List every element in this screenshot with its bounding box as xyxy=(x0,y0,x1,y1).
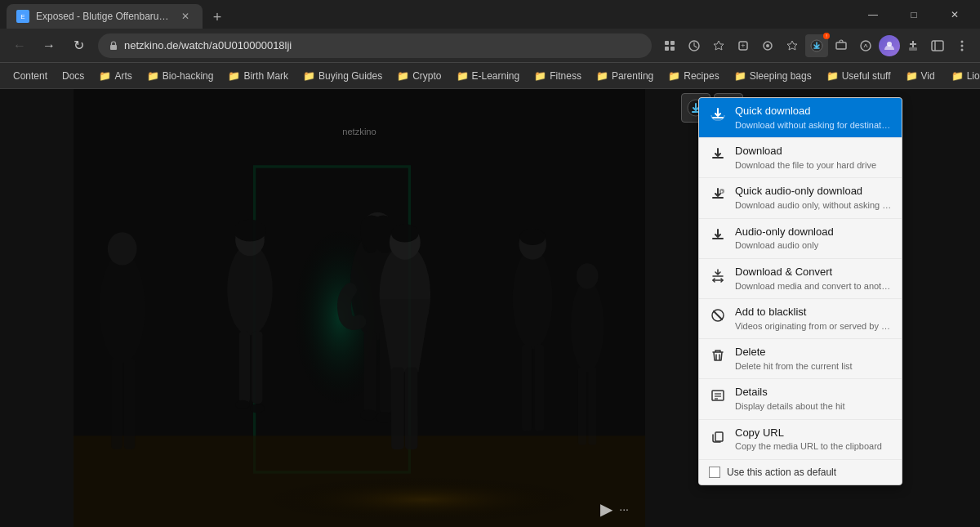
play-button[interactable]: ▶ xyxy=(600,499,612,519)
bookmark-label: Crypto xyxy=(412,70,441,82)
refresh-button[interactable]: ↻ xyxy=(65,33,91,59)
close-button[interactable]: ✕ xyxy=(936,2,973,27)
svg-line-64 xyxy=(714,311,722,319)
bookmark-birth-mark[interactable]: 📁 Birth Mark xyxy=(221,68,295,84)
use-as-default-row[interactable]: Use this action as default xyxy=(699,460,902,485)
menu-item-quick-download[interactable]: Quick download Download without asking f… xyxy=(699,98,902,138)
menu-item-text: Quick download Download without asking f… xyxy=(735,105,892,131)
toolbar-icon-ext3[interactable] xyxy=(830,34,853,57)
toolbar-icon-new[interactable]: + xyxy=(732,34,755,57)
bookmark-docs[interactable]: Docs xyxy=(56,68,91,84)
svg-point-56 xyxy=(577,263,599,288)
blacklist-icon-wrap xyxy=(709,306,727,324)
folder-icon: 📁 xyxy=(457,70,469,82)
svg-marker-8 xyxy=(714,41,724,50)
svg-rect-3 xyxy=(665,41,669,45)
toolbar: ← → ↻ netzkino.de/watch/a0U010000018lji … xyxy=(0,29,980,63)
bookmark-label: Content xyxy=(13,70,47,82)
sidebar-button[interactable] xyxy=(926,34,949,57)
maximize-button[interactable]: □ xyxy=(895,2,933,27)
convert-icon xyxy=(710,268,725,283)
bookmark-vid[interactable]: 📁 Vid xyxy=(899,68,942,84)
menu-button[interactable] xyxy=(951,34,973,57)
svg-point-20 xyxy=(961,40,964,42)
bookmark-useful-stuff[interactable]: 📁 Useful stuff xyxy=(820,68,898,84)
browser-frame: E Exposed - Blutige Offenbarun... ✕ + — … xyxy=(0,0,980,527)
svg-rect-32 xyxy=(252,331,262,404)
convert-icon-wrap xyxy=(709,266,727,284)
svg-rect-44 xyxy=(391,368,404,450)
svg-rect-17 xyxy=(909,47,917,51)
svg-rect-45 xyxy=(405,368,418,450)
bookmark-fitness[interactable]: 📁 Fitness xyxy=(528,68,588,84)
toolbar-icon-1[interactable] xyxy=(658,34,681,57)
svg-rect-27 xyxy=(74,435,645,527)
video-area[interactable]: netzkino ▶ ··· xyxy=(74,89,645,527)
url-text: netzkino.de/watch/a0U010000018lji xyxy=(124,39,642,51)
bookmark-bio-hacking[interactable]: 📁 Bio-hacking xyxy=(140,68,220,84)
menu-item-subtitle: Download audio only xyxy=(735,239,892,251)
folder-icon: 📁 xyxy=(228,70,240,82)
bookmark-parenting[interactable]: 📁 Parenting xyxy=(590,68,660,84)
new-tab-button[interactable]: + xyxy=(206,6,229,29)
toolbar-icon-ext1[interactable] xyxy=(756,34,779,57)
menu-item-subtitle: Display details about the hit xyxy=(735,400,892,412)
extensions-button[interactable] xyxy=(902,34,924,57)
bookmarks-bar: Content Docs 📁 Arts 📁 Bio-hacking 📁 Birt… xyxy=(0,63,980,89)
menu-item-title: Copy URL xyxy=(735,427,892,440)
active-tab[interactable]: E Exposed - Blutige Offenbarun... ✕ xyxy=(7,4,203,29)
menu-item-audio-only[interactable]: Audio-only download Download audio only xyxy=(699,219,902,259)
menu-item-download[interactable]: Download Download the file to your hard … xyxy=(699,138,902,178)
details-icon xyxy=(710,388,725,403)
menu-item-subtitle: Download media and convert to another fo… xyxy=(735,280,892,292)
toolbar-icon-ext2[interactable] xyxy=(781,34,804,57)
svg-rect-58 xyxy=(588,368,596,445)
bookmark-sleeping-bags[interactable]: 📁 Sleeping bags xyxy=(728,68,818,84)
bookmark-label: Arts xyxy=(114,70,131,82)
bookmark-label: Vid xyxy=(921,70,935,82)
menu-item-copy-url[interactable]: Copy URL Copy the media URL to the clipb… xyxy=(699,420,902,460)
svg-rect-18 xyxy=(932,41,943,51)
download-helper-icon[interactable]: ! xyxy=(805,34,828,57)
toolbar-icon-ext4[interactable] xyxy=(854,34,877,57)
menu-item-delete[interactable]: Delete Delete hit from the current list xyxy=(699,339,902,379)
bookmark-elearning[interactable]: 📁 E-Learning xyxy=(450,68,527,84)
bookmark-label: Bio-hacking xyxy=(163,70,214,82)
toolbar-icon-2[interactable] xyxy=(683,34,706,57)
bookmark-recipes[interactable]: 📁 Recipes xyxy=(662,68,725,84)
more-button[interactable]: ··· xyxy=(619,502,629,516)
svg-text:netzkino: netzkino xyxy=(342,127,376,136)
address-bar[interactable]: netzkino.de/watch/a0U010000018lji xyxy=(98,33,652,58)
bookmark-liora-toys[interactable]: 📁 Liora TOYS xyxy=(945,68,980,84)
star-icon[interactable] xyxy=(707,34,730,57)
menu-item-subtitle: Download the file to your hard drive xyxy=(735,159,892,171)
window-controls: — □ ✕ xyxy=(854,2,973,27)
back-button[interactable]: ← xyxy=(7,33,33,59)
menu-item-details[interactable]: Details Display details about the hit xyxy=(699,379,902,419)
menu-item-blacklist[interactable]: Add to blacklist Videos originating from… xyxy=(699,299,902,339)
forward-button[interactable]: → xyxy=(36,33,62,59)
dropdown-menu: Quick download Download without asking f… xyxy=(698,97,902,485)
audio-only-icon xyxy=(710,228,725,243)
menu-item-download-convert[interactable]: Download & Convert Download media and co… xyxy=(699,259,902,299)
svg-rect-4 xyxy=(670,41,675,45)
menu-item-quick-audio[interactable]: Quick audio-only download Download audio… xyxy=(699,178,902,218)
tab-group: E Exposed - Blutige Offenbarun... ✕ + xyxy=(7,0,851,29)
menu-item-text: Quick audio-only download Download audio… xyxy=(735,185,892,211)
profile-avatar[interactable] xyxy=(879,35,900,56)
bookmark-arts[interactable]: 📁 Arts xyxy=(92,68,138,84)
menu-item-title: Quick download xyxy=(735,105,892,118)
bookmark-crypto[interactable]: 📁 Crypto xyxy=(390,68,448,84)
svg-rect-50 xyxy=(534,345,544,431)
svg-point-22 xyxy=(961,48,964,51)
svg-rect-6 xyxy=(670,47,675,51)
use-as-default-checkbox[interactable] xyxy=(709,467,720,478)
copy-url-icon xyxy=(710,429,725,444)
minimize-button[interactable]: — xyxy=(854,2,892,27)
bookmark-label: Docs xyxy=(62,70,84,82)
bookmark-content[interactable]: Content xyxy=(7,68,54,84)
svg-point-15 xyxy=(861,41,871,51)
bookmark-buying-guides[interactable]: 📁 Buying Guides xyxy=(296,68,389,84)
tab-close-button[interactable]: ✕ xyxy=(178,9,193,24)
folder-icon: 📁 xyxy=(397,70,409,82)
